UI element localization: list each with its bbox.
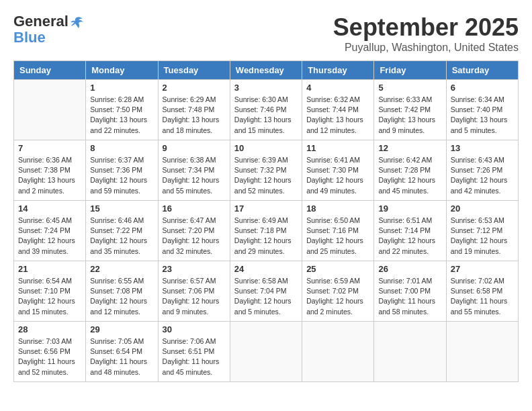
calendar-week-3: 14Sunrise: 6:45 AMSunset: 7:24 PMDayligh… [14, 201, 519, 261]
page-header: General Blue September 2025 Puyallup, Wa… [13, 13, 519, 54]
calendar-week-4: 21Sunrise: 6:54 AMSunset: 7:10 PMDayligh… [14, 261, 519, 322]
col-header-monday: Monday [86, 61, 158, 80]
calendar-header-row: SundayMondayTuesdayWednesdayThursdayFrid… [14, 61, 519, 80]
calendar-cell: 17Sunrise: 6:49 AMSunset: 7:18 PMDayligh… [230, 201, 302, 261]
calendar-cell: 8Sunrise: 6:37 AMSunset: 7:36 PMDaylight… [86, 140, 158, 201]
calendar-week-5: 28Sunrise: 7:03 AMSunset: 6:56 PMDayligh… [14, 322, 519, 382]
day-number: 20 [451, 203, 514, 214]
col-header-tuesday: Tuesday [158, 61, 230, 80]
day-number: 25 [306, 264, 369, 274]
day-number: 9 [163, 143, 226, 153]
day-number: 21 [18, 264, 81, 274]
calendar-cell: 16Sunrise: 6:47 AMSunset: 7:20 PMDayligh… [158, 201, 230, 261]
calendar-cell: 11Sunrise: 6:41 AMSunset: 7:30 PMDayligh… [302, 140, 374, 201]
day-info: Sunrise: 6:46 AMSunset: 7:22 PMDaylight:… [90, 216, 153, 257]
day-number: 19 [378, 203, 441, 214]
calendar-cell [230, 322, 302, 382]
calendar-cell: 1Sunrise: 6:28 AMSunset: 7:50 PMDaylight… [86, 80, 158, 140]
day-number: 11 [306, 143, 369, 153]
calendar-cell: 21Sunrise: 6:54 AMSunset: 7:10 PMDayligh… [14, 261, 86, 322]
day-number: 16 [163, 203, 226, 214]
day-number: 22 [90, 264, 153, 274]
day-info: Sunrise: 7:01 AMSunset: 7:00 PMDaylight:… [378, 276, 441, 317]
day-number: 7 [18, 143, 81, 153]
day-info: Sunrise: 6:59 AMSunset: 7:02 PMDaylight:… [306, 276, 369, 317]
calendar-cell: 26Sunrise: 7:01 AMSunset: 7:00 PMDayligh… [374, 261, 446, 322]
calendar-cell: 29Sunrise: 7:05 AMSunset: 6:54 PMDayligh… [86, 322, 158, 382]
calendar-cell: 19Sunrise: 6:51 AMSunset: 7:14 PMDayligh… [374, 201, 446, 261]
day-info: Sunrise: 6:49 AMSunset: 7:18 PMDaylight:… [234, 216, 298, 257]
day-info: Sunrise: 6:30 AMSunset: 7:46 PMDaylight:… [234, 95, 298, 136]
calendar-week-1: 1Sunrise: 6:28 AMSunset: 7:50 PMDaylight… [14, 80, 519, 140]
day-info: Sunrise: 6:54 AMSunset: 7:10 PMDaylight:… [18, 276, 81, 317]
calendar-cell: 23Sunrise: 6:57 AMSunset: 7:06 PMDayligh… [158, 261, 230, 322]
day-number: 8 [90, 143, 153, 153]
day-number: 23 [163, 264, 226, 274]
calendar-cell: 9Sunrise: 6:38 AMSunset: 7:34 PMDaylight… [158, 140, 230, 201]
calendar-cell: 10Sunrise: 6:39 AMSunset: 7:32 PMDayligh… [230, 140, 302, 201]
day-info: Sunrise: 6:38 AMSunset: 7:34 PMDaylight:… [163, 155, 226, 196]
day-number: 28 [18, 324, 81, 334]
day-number: 24 [234, 264, 298, 274]
calendar-cell: 30Sunrise: 7:06 AMSunset: 6:51 PMDayligh… [158, 322, 230, 382]
day-info: Sunrise: 7:02 AMSunset: 6:58 PMDaylight:… [451, 276, 514, 317]
calendar-cell: 6Sunrise: 6:34 AMSunset: 7:40 PMDaylight… [446, 80, 518, 140]
calendar-table: SundayMondayTuesdayWednesdayThursdayFrid… [13, 60, 519, 382]
calendar-cell: 27Sunrise: 7:02 AMSunset: 6:58 PMDayligh… [446, 261, 518, 322]
day-info: Sunrise: 6:32 AMSunset: 7:44 PMDaylight:… [306, 95, 369, 136]
calendar-cell: 3Sunrise: 6:30 AMSunset: 7:46 PMDaylight… [230, 80, 302, 140]
day-number: 26 [378, 264, 441, 274]
day-number: 29 [90, 324, 153, 334]
calendar-cell [14, 80, 86, 140]
day-number: 15 [90, 203, 153, 214]
calendar-week-2: 7Sunrise: 6:36 AMSunset: 7:38 PMDaylight… [14, 140, 519, 201]
bird-icon [69, 15, 84, 30]
col-header-saturday: Saturday [446, 61, 518, 80]
day-info: Sunrise: 7:05 AMSunset: 6:54 PMDaylight:… [90, 336, 153, 377]
day-number: 6 [451, 83, 514, 93]
day-info: Sunrise: 6:58 AMSunset: 7:04 PMDaylight:… [234, 276, 298, 317]
calendar-cell: 13Sunrise: 6:43 AMSunset: 7:26 PMDayligh… [446, 140, 518, 201]
day-info: Sunrise: 6:55 AMSunset: 7:08 PMDaylight:… [90, 276, 153, 317]
calendar-cell: 22Sunrise: 6:55 AMSunset: 7:08 PMDayligh… [86, 261, 158, 322]
day-info: Sunrise: 7:06 AMSunset: 6:51 PMDaylight:… [163, 336, 226, 377]
day-number: 2 [163, 83, 226, 93]
day-info: Sunrise: 6:34 AMSunset: 7:40 PMDaylight:… [451, 95, 514, 136]
calendar-cell: 7Sunrise: 6:36 AMSunset: 7:38 PMDaylight… [14, 140, 86, 201]
day-number: 5 [378, 83, 441, 93]
day-number: 1 [90, 83, 153, 93]
col-header-thursday: Thursday [302, 61, 374, 80]
calendar-cell: 12Sunrise: 6:42 AMSunset: 7:28 PMDayligh… [374, 140, 446, 201]
calendar-cell [302, 322, 374, 382]
day-info: Sunrise: 6:28 AMSunset: 7:50 PMDaylight:… [90, 95, 153, 136]
day-number: 12 [378, 143, 441, 153]
calendar-cell: 14Sunrise: 6:45 AMSunset: 7:24 PMDayligh… [14, 201, 86, 261]
location-title: Puyallup, Washington, United States [333, 42, 519, 54]
calendar-cell: 25Sunrise: 6:59 AMSunset: 7:02 PMDayligh… [302, 261, 374, 322]
logo: General Blue [13, 13, 85, 46]
calendar-cell: 18Sunrise: 6:50 AMSunset: 7:16 PMDayligh… [302, 201, 374, 261]
day-number: 10 [234, 143, 298, 153]
day-info: Sunrise: 6:36 AMSunset: 7:38 PMDaylight:… [18, 155, 81, 196]
day-number: 30 [163, 324, 226, 334]
calendar-cell [446, 322, 518, 382]
calendar-cell: 24Sunrise: 6:58 AMSunset: 7:04 PMDayligh… [230, 261, 302, 322]
day-info: Sunrise: 6:42 AMSunset: 7:28 PMDaylight:… [378, 155, 441, 196]
day-info: Sunrise: 6:33 AMSunset: 7:42 PMDaylight:… [378, 95, 441, 136]
col-header-sunday: Sunday [14, 61, 86, 80]
col-header-friday: Friday [374, 61, 446, 80]
day-info: Sunrise: 6:39 AMSunset: 7:32 PMDaylight:… [234, 155, 298, 196]
day-info: Sunrise: 6:50 AMSunset: 7:16 PMDaylight:… [306, 216, 369, 257]
month-title: September 2025 [333, 13, 519, 42]
calendar-cell: 15Sunrise: 6:46 AMSunset: 7:22 PMDayligh… [86, 201, 158, 261]
day-number: 13 [451, 143, 514, 153]
day-info: Sunrise: 7:03 AMSunset: 6:56 PMDaylight:… [18, 336, 81, 377]
day-number: 4 [306, 83, 369, 93]
day-info: Sunrise: 6:45 AMSunset: 7:24 PMDaylight:… [18, 216, 81, 257]
day-info: Sunrise: 6:51 AMSunset: 7:14 PMDaylight:… [378, 216, 441, 257]
day-number: 14 [18, 203, 81, 214]
day-number: 17 [234, 203, 298, 214]
calendar-cell: 20Sunrise: 6:53 AMSunset: 7:12 PMDayligh… [446, 201, 518, 261]
day-info: Sunrise: 6:53 AMSunset: 7:12 PMDaylight:… [451, 216, 514, 257]
day-info: Sunrise: 6:37 AMSunset: 7:36 PMDaylight:… [90, 155, 153, 196]
